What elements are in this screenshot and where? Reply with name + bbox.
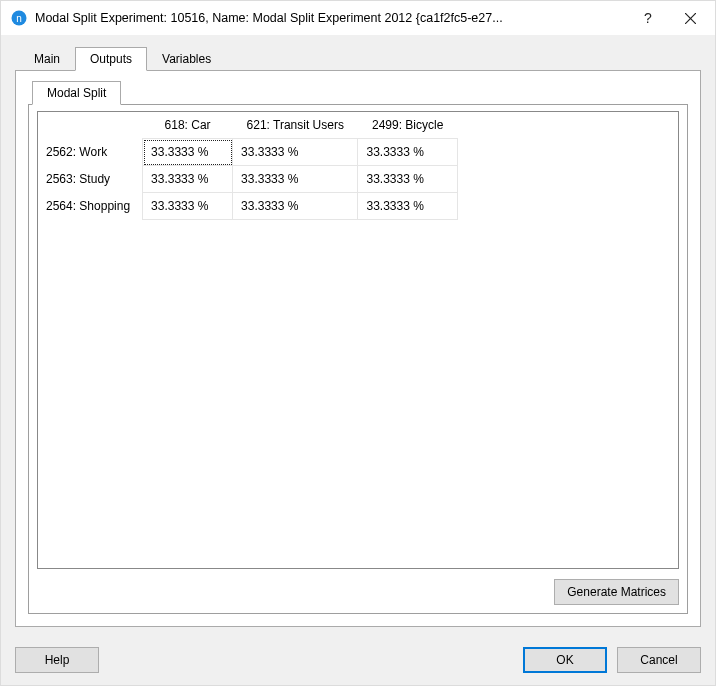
svg-text:n: n xyxy=(16,13,22,24)
row-header[interactable]: 2563: Study xyxy=(38,166,143,193)
generate-matrices-button[interactable]: Generate Matrices xyxy=(554,579,679,605)
grid-cell[interactable]: 33.3333 % xyxy=(233,139,358,166)
tab-modal-split[interactable]: Modal Split xyxy=(32,81,121,105)
grid-header-row: 618: Car 621: Transit Users 2499: Bicycl… xyxy=(38,112,457,139)
outer-tabstrip: Main Outputs Variables xyxy=(19,47,701,70)
grid-cell[interactable]: 33.3333 % xyxy=(358,166,457,193)
table-row: 2562: Work 33.3333 % 33.3333 % 33.3333 % xyxy=(38,139,457,166)
generate-row: Generate Matrices xyxy=(29,573,687,613)
tab-outputs[interactable]: Outputs xyxy=(75,47,147,71)
col-header[interactable]: 2499: Bicycle xyxy=(358,112,457,139)
help-icon[interactable]: ? xyxy=(627,3,669,33)
grid-cell[interactable]: 33.3333 % xyxy=(358,139,457,166)
tab-main[interactable]: Main xyxy=(19,47,75,70)
grid-cell[interactable]: 33.3333 % xyxy=(358,193,457,220)
inner-tabstrip: Modal Split xyxy=(32,81,688,104)
grid-cell[interactable]: 33.3333 % xyxy=(143,166,233,193)
grid-corner xyxy=(38,112,143,139)
help-button[interactable]: Help xyxy=(15,647,99,673)
col-header[interactable]: 618: Car xyxy=(143,112,233,139)
grid-cell[interactable]: 33.3333 % xyxy=(233,166,358,193)
grid-cell[interactable]: 33.3333 % xyxy=(233,193,358,220)
row-header[interactable]: 2564: Shopping xyxy=(38,193,143,220)
dialog-window: n Modal Split Experiment: 10516, Name: M… xyxy=(0,0,716,686)
table-row: 2564: Shopping 33.3333 % 33.3333 % 33.33… xyxy=(38,193,457,220)
window-title: Modal Split Experiment: 10516, Name: Mod… xyxy=(35,11,627,25)
dialog-footer: Help OK Cancel xyxy=(1,637,715,685)
row-header[interactable]: 2562: Work xyxy=(38,139,143,166)
close-icon[interactable] xyxy=(669,3,711,33)
dialog-body: Main Outputs Variables Modal Split 618: … xyxy=(1,35,715,637)
titlebar: n Modal Split Experiment: 10516, Name: M… xyxy=(1,1,715,35)
ok-button[interactable]: OK xyxy=(523,647,607,673)
inner-tab-panel: 618: Car 621: Transit Users 2499: Bicycl… xyxy=(28,104,688,614)
app-icon: n xyxy=(11,10,27,26)
col-header[interactable]: 621: Transit Users xyxy=(233,112,358,139)
modal-split-grid: 618: Car 621: Transit Users 2499: Bicycl… xyxy=(37,111,679,569)
grid-cell[interactable]: 33.3333 % xyxy=(143,139,233,166)
cancel-button[interactable]: Cancel xyxy=(617,647,701,673)
outer-tab-panel: Modal Split 618: Car 621: Transit Users … xyxy=(15,70,701,627)
grid-cell[interactable]: 33.3333 % xyxy=(143,193,233,220)
table-row: 2563: Study 33.3333 % 33.3333 % 33.3333 … xyxy=(38,166,457,193)
tab-variables[interactable]: Variables xyxy=(147,47,226,70)
grid-table: 618: Car 621: Transit Users 2499: Bicycl… xyxy=(38,112,458,220)
